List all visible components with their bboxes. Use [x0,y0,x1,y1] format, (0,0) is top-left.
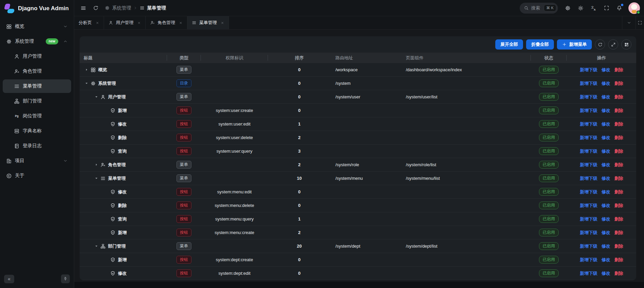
action-delete[interactable]: 删除 [615,175,623,181]
action-delete[interactable]: 删除 [615,121,623,127]
column-header: 状态 [531,53,567,63]
search-input[interactable]: 搜索 ⌘ K [520,3,558,14]
action-add-child[interactable]: 新增下级 [580,257,598,263]
fullscreen-icon[interactable] [601,2,612,14]
tab-analysis[interactable]: 分析页 [74,16,104,29]
collapse-all-button[interactable]: 折叠全部 [526,39,554,50]
breadcrumb-item[interactable]: 系统管理 [112,5,131,11]
action-edit[interactable]: 修改 [602,94,610,100]
tabs-maximize-icon[interactable] [636,16,644,29]
sidebar-item-post-management[interactable]: Pg岗位管理 [3,109,71,123]
tabs-dropdown-icon[interactable] [622,16,636,29]
action-edit[interactable]: 修改 [602,257,610,263]
action-add-child[interactable]: 新增下级 [580,121,598,127]
actions-cell: 新增下级修改删除 [567,63,636,76]
action-edit[interactable]: 修改 [602,80,610,87]
language-icon[interactable]: 文A [588,2,599,14]
tab-close-icon[interactable] [96,21,99,25]
action-delete[interactable]: 删除 [615,162,623,168]
add-menu-button[interactable]: 新增菜单 [557,39,592,50]
action-add-child[interactable]: 新增下级 [580,175,598,181]
action-add-child[interactable]: 新增下级 [580,162,598,168]
action-add-child[interactable]: 新增下级 [580,94,598,100]
action-edit[interactable]: 修改 [602,121,610,127]
action-edit[interactable]: 修改 [602,67,610,73]
action-add-child[interactable]: 新增下级 [580,203,598,209]
action-add-child[interactable]: 新增下级 [580,230,598,236]
notification-icon[interactable] [614,2,625,14]
sidebar-item-user-management[interactable]: 用户管理 [3,50,71,63]
action-delete[interactable]: 删除 [615,189,623,195]
tab-user-management[interactable]: 用户管理 [104,16,146,29]
tab-close-icon[interactable] [179,21,183,25]
action-delete[interactable]: 删除 [615,148,623,154]
action-edit[interactable]: 修改 [602,108,610,114]
settings-icon[interactable] [562,2,574,14]
expand-all-button[interactable]: 展开全部 [495,39,523,50]
action-add-child[interactable]: 新增下级 [580,67,598,73]
tab-role-management[interactable]: 角色管理 [146,16,187,29]
app-logo[interactable]: Djagno Vue Admin [0,0,74,17]
avatar[interactable] [628,2,640,14]
action-delete[interactable]: 删除 [615,67,623,73]
tab-close-icon[interactable] [221,21,224,25]
component-cell [402,77,531,90]
action-delete[interactable]: 删除 [615,243,623,249]
action-delete[interactable]: 删除 [615,216,623,222]
caret-down-icon[interactable] [94,244,99,248]
action-edit[interactable]: 修改 [602,203,610,209]
action-edit[interactable]: 修改 [602,270,610,276]
action-edit[interactable]: 修改 [602,135,610,141]
action-add-child[interactable]: 新增下级 [580,108,598,114]
sidebar-collapse-button[interactable]: « [4,275,14,283]
permission-cell [201,158,268,171]
sidebar-item-login-log[interactable]: 登录日志 [3,139,71,153]
tab-close-icon[interactable] [137,21,141,25]
action-delete[interactable]: 删除 [615,80,623,87]
caret-down-icon[interactable] [94,95,99,99]
table-refresh-icon[interactable] [595,39,605,50]
page-refresh-icon[interactable] [90,2,101,14]
action-edit[interactable]: 修改 [602,175,610,181]
action-edit[interactable]: 修改 [602,216,610,222]
sidebar-item-dept-management[interactable]: 部门管理 [3,94,71,108]
table-columns-icon[interactable] [621,39,631,50]
caret-right-icon[interactable] [94,162,99,167]
action-delete[interactable]: 删除 [615,257,623,263]
caret-down-icon[interactable] [84,81,89,85]
table-fullscreen-icon[interactable] [608,39,618,50]
action-add-child[interactable]: 新增下级 [580,135,598,141]
menu-toggle-icon[interactable] [78,2,89,14]
action-delete[interactable]: 删除 [615,270,623,276]
action-delete[interactable]: 删除 [615,135,623,141]
sidebar-pin-button[interactable] [61,274,70,283]
route-value: /system/menu [335,176,363,181]
sidebar-item-menu-management[interactable]: 菜单管理 [3,79,71,93]
action-add-child[interactable]: 新增下级 [580,216,598,222]
route-value: /system/role [335,162,359,167]
action-add-child[interactable]: 新增下级 [580,189,598,195]
action-delete[interactable]: 删除 [615,94,623,100]
theme-icon[interactable] [575,2,586,14]
action-add-child[interactable]: 新增下级 [580,270,598,276]
sidebar-item-project[interactable]: 项目 [3,154,71,168]
action-add-child[interactable]: 新增下级 [580,148,598,154]
action-add-child[interactable]: 新增下级 [580,80,598,87]
action-edit[interactable]: 修改 [602,162,610,168]
sidebar-item-overview[interactable]: 概览 [3,20,71,33]
caret-right-icon[interactable] [84,68,89,72]
sidebar-item-system-management[interactable]: 系统管理new [3,35,71,48]
action-edit[interactable]: 修改 [602,230,610,236]
action-delete[interactable]: 删除 [615,108,623,114]
sidebar-item-about[interactable]: 关于 [3,169,71,183]
tab-menu-management[interactable]: 菜单管理 [187,16,229,29]
action-edit[interactable]: 修改 [602,189,610,195]
action-add-child[interactable]: 新增下级 [580,243,598,249]
action-edit[interactable]: 修改 [602,148,610,154]
action-delete[interactable]: 删除 [615,230,623,236]
action-edit[interactable]: 修改 [602,243,610,249]
sidebar-item-dict-name[interactable]: 字典名称 [3,124,71,138]
action-delete[interactable]: 删除 [615,203,623,209]
sidebar-item-role-management[interactable]: 角色管理 [3,64,71,78]
caret-down-icon[interactable] [94,176,99,180]
